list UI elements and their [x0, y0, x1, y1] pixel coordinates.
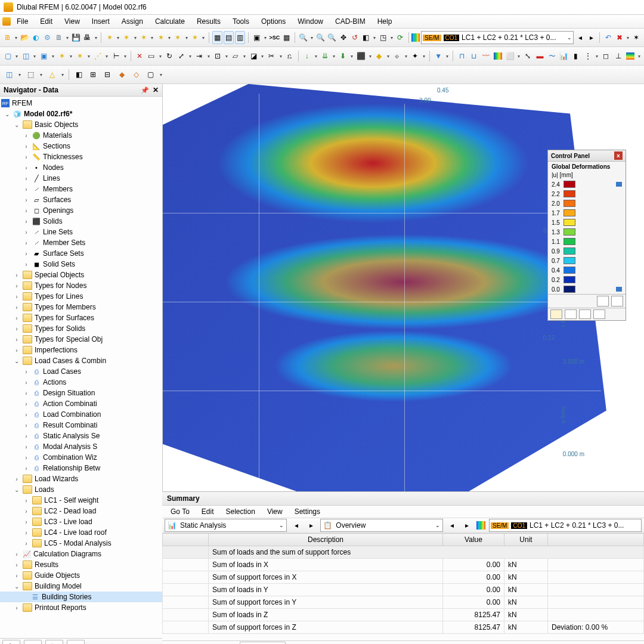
table-icon[interactable]: ▦ [281, 31, 292, 44]
scale-disp-icon[interactable]: ⤡ [522, 49, 533, 63]
diagram-icon[interactable]: 〰 [481, 49, 491, 63]
cp-tab-2[interactable] [565, 309, 577, 319]
li2-dd[interactable]: ▾ [332, 50, 336, 62]
bool-icon[interactable]: ◪ [248, 49, 259, 63]
line-icon[interactable]: ✶ [122, 31, 132, 44]
wave-icon[interactable]: 〜 [547, 49, 558, 63]
tree-item[interactable]: ›LC5 - Modal Analysis [0, 538, 162, 549]
r2-f[interactable]: ⋰ [92, 49, 103, 63]
nav-mode-display-icon[interactable]: 👁 [24, 640, 42, 644]
rotate2-icon[interactable]: ↻ [164, 49, 175, 63]
tree-item[interactable]: ›⎙Actions [0, 377, 162, 388]
menu-tools[interactable]: Tools [227, 16, 255, 27]
refresh-icon[interactable]: ⟳ [395, 31, 405, 44]
table-row[interactable]: Sum of support forces in Z8125.47kNDevia… [163, 621, 644, 634]
r3-i[interactable]: ▢ [144, 68, 157, 81]
tree-item[interactable]: ›⟋Members [0, 184, 162, 194]
tw-bm[interactable]: ⌄ [13, 583, 20, 590]
tree-item[interactable]: ›⎙Action Combinati [0, 398, 162, 409]
tree-item[interactable]: ›⎙Modal Analysis S [0, 441, 162, 452]
extrude-icon[interactable]: ▱ [230, 49, 241, 63]
r2f-dd[interactable]: ▾ [104, 50, 109, 62]
tree-item[interactable]: ›⎙Combination Wiz [0, 452, 162, 463]
square-icon[interactable]: ◻ [600, 49, 611, 63]
node-icon[interactable]: ✶ [104, 31, 114, 44]
tree-item[interactable]: ›▱Surfaces [0, 194, 162, 205]
extr-dd[interactable]: ▾ [242, 50, 247, 62]
tree-item[interactable]: ›⎙Load Combination [0, 409, 162, 420]
col-value[interactable]: Value [443, 534, 504, 546]
r2-e[interactable]: ✶ [75, 49, 85, 63]
li6-dd[interactable]: ▾ [404, 50, 408, 62]
r3b-dd[interactable]: ▾ [38, 69, 44, 80]
tree-item[interactable]: ›╱Lines [0, 173, 162, 184]
tree-building-stories[interactable]: ☰Building Stories [0, 592, 162, 602]
r3-b[interactable]: ⬚ [24, 68, 37, 81]
zoom-prev-icon[interactable]: 🔍 [327, 31, 337, 44]
tree-folder[interactable]: ›Types for Members [0, 302, 162, 312]
tree-folder[interactable]: ›📈Calculation Diagrams [0, 549, 162, 559]
li1-dd[interactable]: ▾ [314, 50, 318, 62]
save-icon[interactable]: 💾 [71, 31, 81, 44]
tree-folder[interactable]: ›Results [0, 559, 162, 570]
zoom-extents-icon[interactable]: 🔍 [315, 31, 326, 44]
nav-prev-icon[interactable]: ◂ [575, 31, 585, 44]
zoom-dd[interactable]: ▾ [309, 32, 314, 44]
tree-item[interactable]: ›⎙Design Situation [0, 388, 162, 398]
dim-dd[interactable]: ▾ [123, 50, 128, 62]
mirror-dd[interactable]: ▾ [158, 50, 163, 62]
table-row[interactable]: Sum of loads in Z8125.47kN [163, 609, 644, 621]
r3-a[interactable]: ◫ [2, 68, 16, 81]
tree-item[interactable]: ›◻Openings [0, 205, 162, 216]
control-panel-close-icon[interactable]: × [614, 151, 623, 160]
tw-lc[interactable]: ⌄ [13, 358, 20, 364]
col-unit[interactable]: Unit [504, 534, 548, 546]
menu-view[interactable]: View [58, 16, 86, 27]
tree-item[interactable]: ›⎙Static Analysis Se [0, 431, 162, 441]
grid3-icon[interactable]: ▥ [235, 31, 245, 44]
load-icon7[interactable]: ✦ [410, 49, 420, 63]
cp-tab-3[interactable] [579, 309, 591, 319]
menu-results[interactable]: Results [191, 16, 227, 27]
print-icon[interactable]: 🖶 [82, 31, 92, 44]
contour-icon[interactable] [493, 49, 503, 63]
grid1-icon[interactable]: ▦ [212, 31, 222, 44]
load-icon4[interactable]: ⬛ [355, 49, 366, 63]
li7-dd[interactable]: ▾ [422, 50, 426, 62]
stretch-icon[interactable]: ⇥ [194, 49, 205, 63]
col-description[interactable]: Description [209, 534, 443, 546]
tree-folder[interactable]: ›Types for Special Obj [0, 334, 162, 345]
zoom-window-icon[interactable]: 🔍 [298, 31, 308, 44]
cube-dd[interactable]: ▾ [516, 50, 521, 62]
tw-ld[interactable]: ⌄ [13, 487, 20, 493]
camera-icon[interactable]: ◳ [378, 31, 388, 44]
sc-label[interactable]: >SC [269, 31, 281, 44]
scale-dd[interactable]: ▾ [188, 50, 193, 62]
opening-dd[interactable]: ▾ [184, 32, 189, 44]
tree-load-cases[interactable]: Load Cases & Combin [35, 357, 106, 365]
tw[interactable]: ⌄ [4, 111, 11, 117]
tree-item[interactable]: ›📏Thicknesses [0, 151, 162, 162]
tree-item[interactable]: ›📐Sections [0, 141, 162, 151]
save-dd[interactable]: ▾ [65, 32, 70, 44]
tree-item[interactable]: ›⟋Member Sets [0, 237, 162, 248]
bars-icon[interactable]: ▮ [571, 49, 581, 63]
tree-printout[interactable]: Printout Reports [35, 603, 86, 612]
cam-dd[interactable]: ▾ [389, 32, 394, 44]
pin-icon[interactable]: 📌 [141, 86, 149, 94]
sum-nav2-prev[interactable]: ◂ [447, 519, 458, 532]
r3-h[interactable]: ◇ [129, 68, 143, 81]
r3-d[interactable]: ◧ [72, 68, 85, 81]
dim-icon[interactable]: ⊢ [111, 49, 122, 63]
table-row[interactable]: Sum of support forces in X0.00kN [163, 571, 644, 584]
view-dd[interactable]: ▾ [372, 32, 377, 44]
r2-d[interactable]: ✶ [57, 49, 67, 63]
node-dd[interactable]: ▾ [116, 32, 120, 44]
tree-folder[interactable]: ›Types for Surfaces [0, 312, 162, 323]
li5-dd[interactable]: ▾ [386, 50, 391, 62]
sum-nav2-next[interactable]: ▸ [462, 519, 473, 532]
trim-dd[interactable]: ▾ [278, 50, 283, 62]
nav-next-icon[interactable]: ▸ [586, 31, 596, 44]
scale-icon[interactable]: ⤢ [176, 49, 187, 63]
axis-icon[interactable]: ⊥ [612, 49, 623, 63]
